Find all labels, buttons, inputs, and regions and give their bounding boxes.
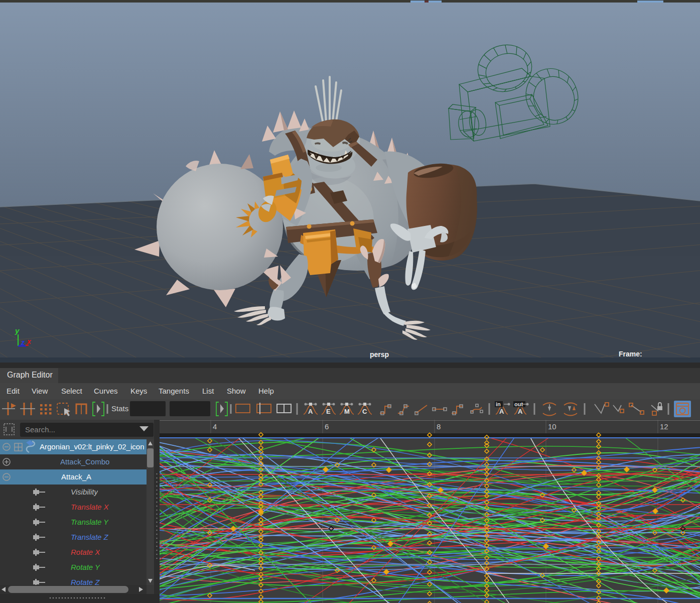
svg-text:E: E: [326, 408, 331, 415]
svg-text:12: 12: [660, 422, 668, 431]
svg-text:A: A: [518, 408, 523, 415]
svg-text:out: out: [514, 401, 523, 407]
svg-text:A: A: [499, 408, 504, 415]
svg-text:persp: persp: [370, 350, 389, 358]
svg-text:C: C: [362, 408, 367, 415]
svg-text:y: y: [15, 326, 20, 335]
svg-text:10: 10: [548, 422, 556, 431]
svg-text:Stats: Stats: [111, 404, 128, 413]
svg-text:6: 6: [325, 422, 329, 431]
svg-text:z: z: [21, 338, 25, 346]
svg-text:x: x: [27, 337, 32, 345]
svg-text:Frame:: Frame:: [619, 350, 642, 358]
svg-text:8: 8: [437, 422, 441, 431]
svg-text:A: A: [308, 408, 313, 415]
svg-text:4: 4: [213, 422, 217, 431]
svg-text:M: M: [344, 408, 350, 415]
svg-text:in: in: [496, 401, 501, 407]
